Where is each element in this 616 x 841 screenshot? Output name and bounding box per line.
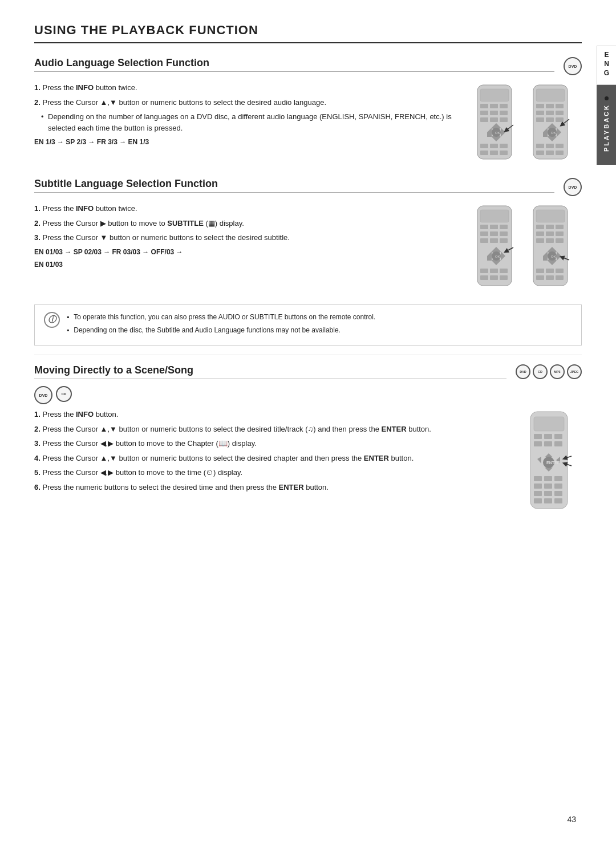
svg-rect-99: [544, 434, 552, 439]
subtitle-step-3-num: 3.: [34, 233, 40, 242]
moving-step-2-num: 2.: [34, 425, 40, 433]
svg-rect-8: [480, 117, 488, 122]
svg-rect-69: [490, 275, 498, 280]
svg-text:OK: OK: [495, 255, 500, 258]
playback-dot: [605, 96, 609, 100]
svg-rect-119: [534, 498, 542, 503]
svg-rect-67: [500, 269, 508, 273]
svg-rect-97: [534, 417, 564, 431]
moving-step-6: 6. Press the numeric buttons to select t…: [34, 482, 513, 493]
svg-text:OK: OK: [495, 131, 500, 135]
moving-badges: DVD CD MP3 JPEG: [516, 364, 582, 379]
moving-mp3-badge: MP3: [550, 364, 565, 379]
audio-step-1-num: 1.: [34, 83, 40, 92]
svg-rect-26: [536, 104, 544, 108]
svg-text:OK: OK: [551, 255, 556, 258]
svg-rect-73: [536, 210, 565, 222]
svg-rect-101: [534, 441, 542, 446]
subtitle-remote-image: OK: [475, 203, 582, 289]
svg-rect-53: [480, 231, 488, 236]
svg-rect-41: [536, 144, 544, 148]
moving-text: 1. Press the INFO button. 2. Press the C…: [34, 409, 513, 496]
audio-instructions: 1. Press the INFO button twice. 2. Press…: [34, 82, 463, 108]
dvd-badge: DVD: [564, 57, 582, 75]
note-icon-text: ⓘ: [48, 315, 56, 325]
subtitle-step-2-num: 2.: [34, 219, 40, 227]
moving-section: Moving Directly to a Scene/Song DVD CD M…: [34, 364, 582, 511]
svg-rect-34: [556, 117, 564, 122]
subtitle-dvd-badge: DVD: [564, 178, 582, 196]
audio-remote-svg-right: OK: [530, 82, 582, 162]
svg-rect-90: [546, 269, 554, 273]
subtitle-text: 1. Press the INFO button twice. 2. Press…: [34, 203, 463, 273]
svg-rect-31: [556, 111, 564, 115]
svg-rect-6: [490, 111, 498, 115]
svg-rect-118: [554, 491, 562, 496]
svg-rect-3: [490, 104, 498, 108]
svg-rect-112: [554, 476, 562, 481]
svg-rect-18: [490, 144, 498, 148]
subtitle-section-title: Subtitle Language Selection Function: [34, 178, 554, 193]
svg-rect-102: [544, 441, 552, 446]
svg-rect-103: [554, 441, 562, 446]
svg-rect-80: [536, 238, 544, 243]
svg-rect-81: [546, 238, 554, 243]
svg-rect-113: [534, 484, 542, 489]
moving-step-4-num: 4.: [34, 454, 40, 462]
moving-sub-cd: CD: [56, 386, 72, 402]
svg-text:OK: OK: [551, 131, 556, 135]
subtitle-content: 1. Press the INFO button twice. 2. Press…: [34, 203, 582, 289]
subtitle-section-header: Subtitle Language Selection Function DVD: [34, 178, 582, 196]
svg-rect-30: [546, 111, 554, 115]
svg-rect-7: [500, 111, 508, 115]
svg-rect-76: [556, 225, 564, 229]
subtitle-formula-1: EN 01/03 → SP 02/03 → FR 03/03 → OFF/03 …: [34, 248, 463, 256]
enter-bold-2: ENTER: [364, 454, 389, 462]
note-item-1: To operate this function, you can also p…: [67, 312, 572, 323]
svg-rect-2: [480, 104, 488, 108]
svg-rect-121: [554, 498, 562, 503]
moving-step-5: 5. Press the Cursor ◀,▶ button to move t…: [34, 467, 513, 478]
audio-step-2-num: 2.: [34, 98, 40, 107]
svg-rect-20: [480, 151, 488, 155]
moving-instructions: 1. Press the INFO button. 2. Press the C…: [34, 409, 513, 493]
moving-step-1: 1. Press the INFO button.: [34, 409, 513, 420]
info-bold-3: INFO: [76, 410, 94, 419]
subtitle-formula-2: EN 01/03: [34, 261, 463, 269]
info-bold-1: INFO: [76, 83, 94, 92]
svg-rect-116: [534, 491, 542, 496]
moving-jpeg-badge: JPEG: [567, 364, 582, 379]
svg-rect-33: [546, 117, 554, 122]
page-container: ENG PLAYBACK USING THE PLAYBACK FUNCTION…: [0, 0, 616, 841]
svg-rect-5: [480, 111, 488, 115]
subtitle-step-1: 1. Press the INFO button twice.: [34, 203, 463, 214]
svg-rect-21: [490, 151, 498, 155]
svg-rect-19: [500, 144, 508, 148]
svg-rect-111: [544, 476, 552, 481]
svg-rect-110: [534, 476, 542, 481]
svg-rect-57: [490, 238, 498, 243]
svg-rect-70: [500, 275, 508, 280]
audio-section-title: Audio Language Selection Function: [34, 57, 554, 72]
moving-step-1-num: 1.: [34, 410, 40, 419]
note-item-2: Depending on the disc, the Subtitle and …: [67, 325, 572, 336]
svg-rect-98: [534, 434, 542, 439]
note-box: ⓘ To operate this function, you can also…: [34, 304, 582, 346]
moving-step-4: 4. Press the Cursor ▲,▼ button or numeri…: [34, 453, 513, 464]
moving-section-header: Moving Directly to a Scene/Song DVD CD M…: [34, 364, 582, 379]
svg-rect-91: [556, 269, 564, 273]
svg-rect-32: [536, 117, 544, 122]
svg-rect-58: [500, 238, 508, 243]
audio-formula: EN 1/3 → SP 2/3 → FR 3/3 → EN 1/3: [34, 138, 463, 146]
page-number: 43: [567, 815, 576, 824]
svg-rect-68: [480, 275, 488, 280]
svg-rect-52: [500, 225, 508, 229]
subtitle-step-2: 2. Press the Cursor ▶ button to move to …: [34, 218, 463, 229]
playback-tab: PLAYBACK: [597, 85, 616, 165]
svg-rect-92: [536, 275, 544, 280]
svg-rect-117: [544, 491, 552, 496]
svg-rect-17: [480, 144, 488, 148]
svg-rect-51: [490, 225, 498, 229]
svg-rect-45: [546, 151, 554, 155]
svg-rect-22: [500, 151, 508, 155]
